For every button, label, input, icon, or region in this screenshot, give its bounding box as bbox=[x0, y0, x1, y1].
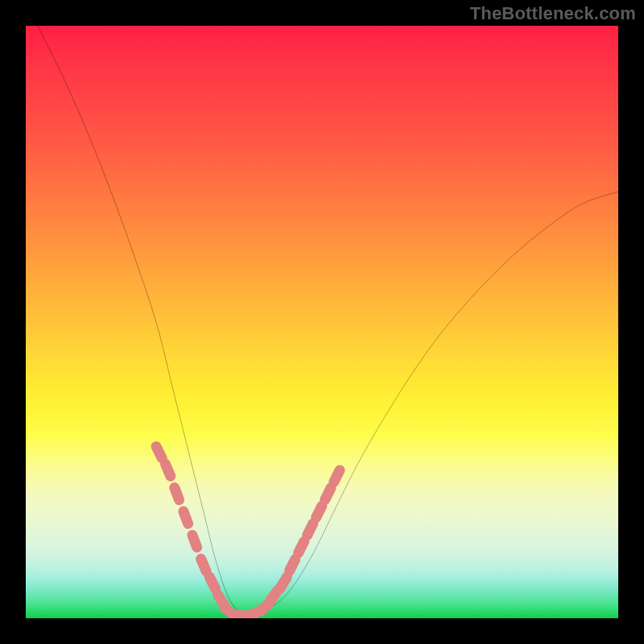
highlight-markers-group bbox=[156, 447, 340, 617]
highlight-marker bbox=[209, 577, 215, 588]
highlight-marker bbox=[201, 559, 206, 571]
highlight-marker bbox=[316, 506, 322, 517]
highlight-marker bbox=[184, 511, 188, 523]
highlight-marker bbox=[299, 541, 304, 552]
highlight-marker bbox=[175, 488, 180, 500]
highlight-marker bbox=[290, 559, 295, 571]
highlight-marker bbox=[325, 488, 331, 499]
highlight-marker bbox=[280, 577, 287, 588]
watermark-label: TheBottleneck.com bbox=[470, 3, 636, 24]
bottleneck-curve-path bbox=[38, 26, 618, 615]
highlight-marker bbox=[334, 470, 340, 481]
curve-layer bbox=[26, 26, 618, 618]
highlight-marker bbox=[165, 464, 170, 477]
plot-area bbox=[26, 26, 618, 618]
highlight-marker bbox=[308, 523, 313, 535]
highlight-marker bbox=[192, 535, 197, 547]
highlight-marker bbox=[156, 447, 162, 458]
chart-frame: TheBottleneck.com bbox=[0, 0, 644, 644]
